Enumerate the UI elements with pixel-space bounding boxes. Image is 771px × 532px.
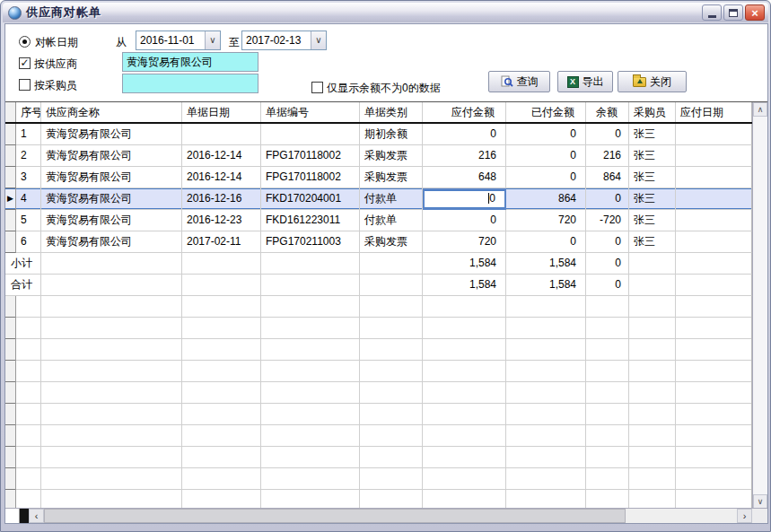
supplier-input[interactable]: 黄海贸易有限公司 [122, 52, 258, 72]
cell-payable[interactable]: 648 [423, 167, 506, 188]
from-date-select[interactable]: 2016-11-01 ∨ [136, 31, 221, 50]
cell-date[interactable] [182, 124, 261, 145]
cell-balance[interactable]: 0 [586, 188, 629, 210]
cell-buyer[interactable]: 张三 [629, 231, 676, 253]
cell-payable[interactable]: 216 [423, 145, 506, 167]
header-paid[interactable]: 已付金额 [506, 102, 586, 122]
table-row[interactable]: 2 黄海贸易有限公司 2016-12-14 FPG170118002 采购发票 … [5, 145, 752, 167]
cell-doc-no[interactable]: FPG170118002 [261, 145, 360, 167]
header-no[interactable]: 序号 [16, 102, 41, 122]
cell-due-date[interactable] [676, 167, 752, 188]
cell-doc-no[interactable] [261, 124, 360, 145]
scrollbar-thumb[interactable] [44, 509, 626, 523]
maximize-button[interactable] [723, 4, 743, 21]
cell-paid[interactable]: 0 [506, 145, 586, 167]
horizontal-scrollbar[interactable]: ‹ › [5, 508, 767, 523]
cell-no[interactable]: 1 [16, 124, 41, 145]
cell-buyer[interactable]: 张三 [629, 188, 676, 210]
cell-date[interactable]: 2016-12-14 [182, 167, 261, 188]
cell-paid[interactable]: 0 [506, 231, 586, 253]
by-supplier-checkbox[interactable]: ✓ [19, 57, 31, 69]
cell-buyer[interactable]: 张三 [629, 167, 676, 188]
cell-paid[interactable]: 864 [506, 188, 586, 210]
export-button[interactable]: X 导出 [557, 71, 613, 92]
cell-no[interactable]: 4 [16, 188, 41, 210]
cell-buyer[interactable]: 张三 [629, 145, 676, 167]
cell-type[interactable]: 付款单 [360, 210, 423, 231]
table-row[interactable]: 5 黄海贸易有限公司 2016-12-23 FKD161223011 付款单 0… [5, 210, 752, 231]
table-row[interactable]: 3 黄海贸易有限公司 2016-12-14 FPG170118002 采购发票 … [5, 167, 752, 188]
cell-date[interactable]: 2016-12-23 [182, 210, 261, 231]
chevron-down-icon[interactable]: ∨ [311, 31, 326, 49]
cell-doc-no[interactable]: FKD161223011 [261, 210, 360, 231]
vertical-scrollbar[interactable]: ∧ ∨ [752, 102, 767, 509]
minimize-button[interactable] [702, 4, 722, 21]
cell-no[interactable]: 5 [16, 210, 41, 231]
header-due-date[interactable]: 应付日期 [676, 102, 752, 122]
header-balance[interactable]: 余额 [586, 102, 629, 122]
cell-type[interactable]: 付款单 [360, 188, 423, 210]
cell-type[interactable]: 采购发票 [360, 145, 423, 167]
cell-date[interactable]: 2017-02-11 [182, 231, 261, 253]
cell-due-date[interactable] [676, 231, 752, 253]
cell-doc-no[interactable]: FKD170204001 [261, 188, 360, 210]
cell-paid[interactable]: 0 [506, 167, 586, 188]
cell-supplier[interactable]: 黄海贸易有限公司 [41, 188, 182, 210]
cell-paid[interactable]: 720 [506, 210, 586, 231]
cell-type[interactable]: 采购发票 [360, 231, 423, 253]
close-window-button[interactable]: × [745, 4, 765, 21]
cell-supplier[interactable]: 黄海贸易有限公司 [41, 145, 182, 167]
header-buyer[interactable]: 采购员 [629, 102, 676, 122]
cell-supplier[interactable]: 黄海贸易有限公司 [41, 210, 182, 231]
scroll-right-button[interactable]: › [737, 509, 752, 523]
cell-due-date[interactable] [676, 188, 752, 210]
cell-supplier[interactable]: 黄海贸易有限公司 [41, 167, 182, 188]
table-row-selected[interactable]: ▶ 4 黄海贸易有限公司 2016-12-16 FKD170204001 付款单… [5, 188, 752, 210]
header-doc-no[interactable]: 单据编号 [261, 102, 360, 122]
scroll-down-button[interactable]: ∨ [753, 494, 767, 509]
by-buyer-checkbox[interactable] [19, 79, 31, 91]
table-row[interactable]: 6 黄海贸易有限公司 2017-02-11 FPG170211003 采购发票 … [5, 231, 752, 253]
buyer-input[interactable] [122, 74, 258, 93]
header-payable[interactable]: 应付金额 [423, 102, 506, 122]
cell-buyer[interactable]: 张三 [629, 124, 676, 145]
title-bar[interactable]: 供应商对帐单 × [3, 3, 768, 22]
header-date[interactable]: 单据日期 [182, 102, 261, 122]
payable-edit-cell[interactable]: 0 [423, 188, 506, 210]
chevron-down-icon[interactable]: ∨ [205, 31, 220, 49]
table-row[interactable]: 1 黄海贸易有限公司 期初余额 0 0 0 张三 [5, 124, 752, 145]
cell-balance[interactable]: -720 [586, 210, 629, 231]
cell-paid[interactable]: 0 [506, 124, 586, 145]
cell-supplier[interactable]: 黄海贸易有限公司 [41, 124, 182, 145]
cell-payable[interactable]: 720 [423, 231, 506, 253]
cell-no[interactable]: 6 [16, 231, 41, 253]
nonzero-balance-checkbox[interactable] [311, 82, 323, 93]
scroll-up-button[interactable]: ∧ [753, 102, 767, 117]
header-supplier[interactable]: 供应商全称 [41, 102, 182, 122]
cell-due-date[interactable] [676, 210, 752, 231]
cell-balance[interactable]: 0 [586, 124, 629, 145]
scroll-left-button[interactable]: ‹ [29, 509, 44, 523]
close-button[interactable]: 关闭 [618, 71, 687, 92]
cell-payable[interactable]: 0 [423, 124, 506, 145]
cell-buyer[interactable]: 张三 [629, 210, 676, 231]
cell-no[interactable]: 3 [16, 167, 41, 188]
header-type[interactable]: 单据类别 [360, 102, 423, 122]
cell-due-date[interactable] [676, 145, 752, 167]
cell-type[interactable]: 期初余额 [360, 124, 423, 145]
cell-date[interactable]: 2016-12-14 [182, 145, 261, 167]
scrollbar-track[interactable] [626, 509, 737, 523]
cell-payable[interactable]: 0 [423, 210, 506, 231]
cell-balance[interactable]: 216 [586, 145, 629, 167]
cell-date[interactable]: 2016-12-16 [182, 188, 261, 210]
cell-due-date[interactable] [676, 124, 752, 145]
cell-type[interactable]: 采购发票 [360, 167, 423, 188]
cell-balance[interactable]: 864 [586, 167, 629, 188]
cell-doc-no[interactable]: FPG170118002 [261, 167, 360, 188]
date-range-radio[interactable] [19, 36, 31, 48]
cell-supplier[interactable]: 黄海贸易有限公司 [41, 231, 182, 253]
to-date-select[interactable]: 2017-02-13 ∨ [241, 31, 327, 50]
cell-doc-no[interactable]: FPG170211003 [261, 231, 360, 253]
cell-balance[interactable]: 0 [586, 231, 629, 253]
query-button[interactable]: 查询 [488, 71, 550, 92]
